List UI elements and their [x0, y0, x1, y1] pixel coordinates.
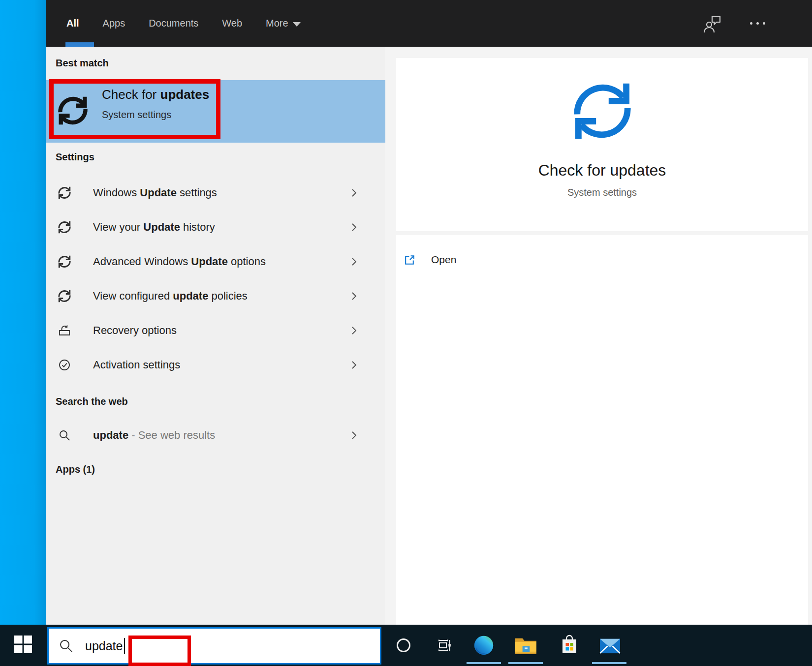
- preview-card: Check for updates System settings: [396, 58, 808, 231]
- feedback-icon[interactable]: [703, 13, 722, 34]
- sync-icon: [58, 186, 71, 200]
- open-action[interactable]: Open: [396, 244, 808, 275]
- ellipsis-icon[interactable]: [750, 22, 765, 25]
- chevron-right-icon: [348, 256, 360, 268]
- open-external-icon: [403, 253, 416, 267]
- start-button[interactable]: [0, 625, 46, 666]
- windows-logo-icon: [14, 636, 32, 655]
- chevron-right-icon: [348, 221, 360, 233]
- settings-result-row[interactable]: View your Update history: [46, 211, 385, 244]
- annotation-rectangle: [128, 636, 191, 666]
- chevron-right-icon: [348, 429, 360, 441]
- search-filter-tabs: All Apps Documents Web More: [66, 0, 301, 47]
- cortana-icon[interactable]: [392, 625, 415, 666]
- recovery-icon: [58, 324, 71, 337]
- running-indicator: [467, 662, 501, 664]
- tab-apps[interactable]: Apps: [103, 18, 125, 29]
- search-input[interactable]: update: [47, 627, 381, 665]
- search-icon: [58, 428, 71, 442]
- search-header: All Apps Documents Web More: [46, 0, 812, 47]
- best-match-subtitle: System settings: [102, 109, 209, 121]
- section-label-best-match: Best match: [56, 58, 109, 69]
- active-tab-underline: [65, 42, 94, 47]
- running-indicator: [508, 662, 543, 664]
- preview-actions-card: Open: [396, 235, 808, 625]
- settings-result-row[interactable]: Recovery options: [46, 314, 385, 347]
- chevron-right-icon: [348, 325, 360, 336]
- search-results-panel: Best match Check for updates System sett…: [46, 47, 385, 625]
- search-query-text: update: [85, 639, 123, 653]
- task-view-icon[interactable]: [432, 625, 456, 666]
- running-indicator: [592, 662, 626, 664]
- edge-icon[interactable]: [472, 625, 496, 666]
- mail-icon[interactable]: [598, 625, 622, 666]
- sync-icon: [571, 80, 634, 143]
- section-label-search-web: Search the web: [56, 396, 128, 407]
- best-match-title: Check for updates: [102, 87, 209, 102]
- web-search-result-row[interactable]: update - See web results: [46, 419, 385, 452]
- preview-subtitle: System settings: [396, 187, 808, 198]
- settings-result-row[interactable]: Advanced Windows Update options: [46, 245, 385, 278]
- file-explorer-icon[interactable]: [514, 625, 537, 666]
- open-label: Open: [431, 254, 456, 266]
- sync-icon: [58, 289, 71, 303]
- search-icon: [58, 637, 74, 654]
- best-match-result[interactable]: Check for updates System settings: [46, 80, 385, 143]
- activation-icon: [58, 358, 71, 372]
- chevron-right-icon: [348, 290, 360, 302]
- chevron-right-icon: [348, 187, 360, 199]
- preview-panel: Check for updates System settings Open: [385, 47, 812, 625]
- tab-web[interactable]: Web: [222, 18, 242, 29]
- section-label-apps: Apps (1): [56, 464, 95, 475]
- taskbar: update: [0, 625, 812, 666]
- sync-icon: [58, 255, 71, 269]
- settings-result-row[interactable]: Activation settings: [46, 348, 385, 382]
- tab-all[interactable]: All: [66, 18, 79, 29]
- tab-documents[interactable]: Documents: [149, 18, 198, 29]
- preview-title: Check for updates: [396, 161, 808, 180]
- sync-icon: [58, 220, 71, 234]
- section-label-settings: Settings: [56, 151, 94, 163]
- sync-icon: [57, 92, 89, 129]
- caret-down-icon: [293, 22, 301, 27]
- text-cursor: [124, 638, 125, 654]
- chevron-right-icon: [348, 359, 360, 371]
- tab-more[interactable]: More: [266, 18, 301, 29]
- store-icon[interactable]: [558, 625, 581, 666]
- settings-result-row[interactable]: Windows Update settings: [46, 176, 385, 210]
- desktop-background: [0, 0, 46, 625]
- settings-result-row[interactable]: View configured update policies: [46, 279, 385, 313]
